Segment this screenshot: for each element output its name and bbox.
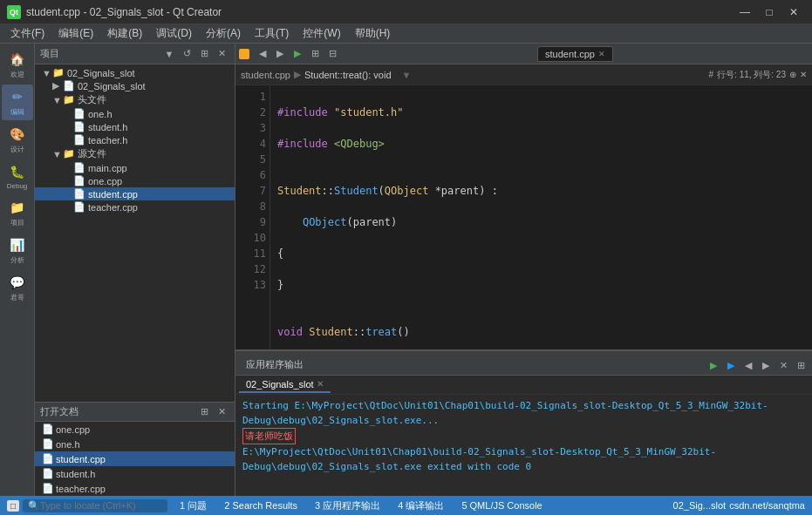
search-input[interactable] <box>40 500 162 511</box>
project-close-icon[interactable]: ✕ <box>214 46 229 62</box>
sidebar-icon-Debug: 🐛 <box>9 163 26 180</box>
open-files-split-icon[interactable]: ⊞ <box>196 404 212 420</box>
bottom-tab-controls: ▶ ▶ ◀ ▶ ✕ ⊞ <box>706 357 809 375</box>
project-sync-icon[interactable]: ↺ <box>179 46 194 62</box>
btab-close-icon[interactable]: ✕ <box>775 357 791 373</box>
app-icon: Qt <box>7 5 21 19</box>
project-tree[interactable]: ▼ 📁 02_Signals_slot ▶ 📄 02_Signals_slot … <box>35 64 235 402</box>
editor-toolbar-btn1[interactable]: ⊞ <box>307 46 323 62</box>
menu-item-t[interactable]: 工具(T) <box>248 24 296 43</box>
sidebar-btn-Debug[interactable]: 🐛Debug <box>2 159 33 193</box>
minimize-button[interactable]: — <box>734 3 756 21</box>
title-bar: Qt student.cpp - 02_Signals_slot - Qt Cr… <box>0 0 812 24</box>
editor-toolbar-btn2[interactable]: ⊟ <box>324 46 340 62</box>
sidebar-btn-设计[interactable]: 🎨设计 <box>2 122 33 158</box>
project-split-icon[interactable]: ⊞ <box>196 46 212 62</box>
output-subtabs: 02_Signals_slot ✕ <box>235 376 812 395</box>
window-controls: — □ ✕ <box>734 3 805 21</box>
status-tab-2[interactable]: 2 Search Results <box>219 500 303 511</box>
tree-item-student-h[interactable]: 📄 student.h <box>35 120 235 133</box>
menu-item-h[interactable]: 帮助(H) <box>348 24 398 43</box>
sidebar-btn-欢迎[interactable]: 🏠欢迎 <box>2 47 33 83</box>
tree-item-main-cpp[interactable]: 📄 main.cpp <box>35 161 235 174</box>
sidebar-btn-君哥[interactable]: 💬君哥 <box>2 270 33 306</box>
left-sidebar: 🏠欢迎✏编辑🎨设计🐛Debug📁项目📊分析💬君哥 <box>0 44 35 515</box>
menu-item-a[interactable]: 分析(A) <box>199 24 248 43</box>
code-content: 1 2 3 4 5 6 7 8 9 10 11 12 13 #include "… <box>235 85 812 349</box>
output-subtab-main[interactable]: 02_Signals_slot ✕ <box>239 377 331 393</box>
editor-active-indicator <box>239 49 249 59</box>
editor-back-btn[interactable]: ◀ <box>255 46 270 62</box>
breadcrumb-close[interactable]: ✕ <box>800 70 807 79</box>
breadcrumb-func: Student::treat(): void <box>304 70 392 80</box>
btab-debug-icon[interactable]: ▶ <box>723 357 739 373</box>
btab-run-icon[interactable]: ▶ <box>706 357 721 373</box>
status-right: 02_Sig...slot csdn.net/sanqtma <box>673 500 805 511</box>
tree-item-sources-folder[interactable]: ▼ 📁 源文件 <box>35 146 235 161</box>
output-highlight: 请老师吃饭 <box>242 428 296 444</box>
bottom-panel-title: 应用程序输出 <box>239 355 310 375</box>
current-file-tab[interactable]: student.cpp ✕ <box>537 46 613 62</box>
status-search[interactable]: 🔍 <box>23 499 167 512</box>
sidebar-btn-编辑[interactable]: ✏编辑 <box>2 85 33 120</box>
sidebar-btn-项目[interactable]: 📁项目 <box>2 195 33 231</box>
status-tab-4[interactable]: 4 编译输出 <box>392 499 449 512</box>
search-icon: 🔍 <box>28 500 40 512</box>
maximize-button[interactable]: □ <box>758 3 781 21</box>
editor-forward-btn[interactable]: ▶ <box>272 46 288 62</box>
tree-item-teacher-h[interactable]: 📄 teacher.h <box>35 133 235 146</box>
breadcrumb-sep2: ▼ <box>402 70 412 80</box>
sidebar-icon-编辑: ✏ <box>9 88 26 105</box>
menu-item-b[interactable]: 构建(B) <box>100 24 149 43</box>
btab-maximize-icon[interactable]: ⊞ <box>793 357 809 373</box>
menu-bar: 文件(F)编辑(E)构建(B)调试(D)分析(A)工具(T)控件(W)帮助(H) <box>0 24 812 44</box>
editor-area: ◀ ▶ ▶ ⊞ ⊟ student.cpp ✕ student.cpp ▶ St… <box>235 44 812 349</box>
tree-item-teacher-cpp[interactable]: 📄 teacher.cpp <box>35 200 235 213</box>
sidebar-label-编辑: 编辑 <box>10 107 24 117</box>
tree-item-02signals[interactable]: ▶ 📄 02_Signals_slot <box>35 79 235 92</box>
tree-item-headers-folder[interactable]: ▼ 📁 头文件 <box>35 92 235 107</box>
main-content-area: ◀ ▶ ▶ ⊞ ⊟ student.cpp ✕ student.cpp ▶ St… <box>235 44 812 515</box>
status-tab-1[interactable]: 1 问题 <box>174 499 212 512</box>
project-panel-header: 项目 ▼ ↺ ⊞ ✕ <box>35 44 235 64</box>
menu-item-e[interactable]: 编辑(E) <box>51 24 100 43</box>
close-button[interactable]: ✕ <box>782 3 805 21</box>
breadcrumb-sep1: ▶ <box>294 69 301 80</box>
output-line-1: Starting E:\MyProject\QtDoc\Unit01\Chap0… <box>242 398 805 428</box>
sidebar-icon-项目: 📁 <box>9 199 26 216</box>
open-file-student-h[interactable]: 📄 student.h <box>35 466 235 481</box>
sidebar-btn-分析[interactable]: 📊分析 <box>2 233 33 268</box>
open-file-student-cpp[interactable]: 📄 student.cpp <box>35 451 235 466</box>
sidebar-label-君哥: 君哥 <box>10 293 24 302</box>
open-file-teacher-cpp[interactable]: 📄 teacher.cpp <box>35 481 235 496</box>
btab-forward-icon[interactable]: ▶ <box>758 357 774 373</box>
tree-item-one-cpp[interactable]: 📄 one.cpp <box>35 174 235 187</box>
status-site: csdn.net/sanqtma <box>729 500 805 511</box>
open-files-close-icon[interactable]: ✕ <box>214 404 229 420</box>
editor-run-btn[interactable]: ▶ <box>290 46 305 62</box>
menu-item-f[interactable]: 文件(F) <box>3 24 51 43</box>
open-files-title: 打开文档 <box>40 405 196 418</box>
menu-item-w[interactable]: 控件(W) <box>296 24 347 43</box>
sidebar-icon-分析: 📊 <box>9 236 26 254</box>
tree-item-one-h[interactable]: 📄 one.h <box>35 107 235 120</box>
bottom-tabs: 应用程序输出 ▶ ▶ ◀ ▶ ✕ ⊞ <box>235 351 812 376</box>
subtab-close[interactable]: ✕ <box>317 379 324 389</box>
breadcrumb-expand[interactable]: ⊕ <box>789 70 796 79</box>
open-file-one-cpp[interactable]: 📄 one.cpp <box>35 422 235 437</box>
code-editor[interactable]: #include "student.h" #include <QDebug> S… <box>270 85 812 349</box>
status-current-project: 02_Sig...slot <box>673 500 727 511</box>
breadcrumb-hash: # <box>709 70 714 79</box>
btab-back-icon[interactable]: ◀ <box>740 357 756 373</box>
file-tab-close[interactable]: ✕ <box>598 50 605 58</box>
line-numbers: 1 2 3 4 5 6 7 8 9 10 11 12 13 <box>235 85 270 349</box>
tree-item-student-cpp[interactable]: 📄 student.cpp <box>35 187 235 200</box>
status-left: □ 🔍 <box>7 499 167 512</box>
menu-item-d[interactable]: 调试(D) <box>149 24 199 43</box>
project-filter-icon[interactable]: ▼ <box>161 46 177 62</box>
sidebar-icon-设计: 🎨 <box>9 125 26 143</box>
status-tab-3[interactable]: 3 应用程序输出 <box>310 499 386 512</box>
open-file-one-h[interactable]: 📄 one.h <box>35 437 235 451</box>
tree-item-project[interactable]: ▼ 📁 02_Signals_slot <box>35 66 235 79</box>
status-tab-5[interactable]: 5 QML/JS Console <box>456 500 547 511</box>
